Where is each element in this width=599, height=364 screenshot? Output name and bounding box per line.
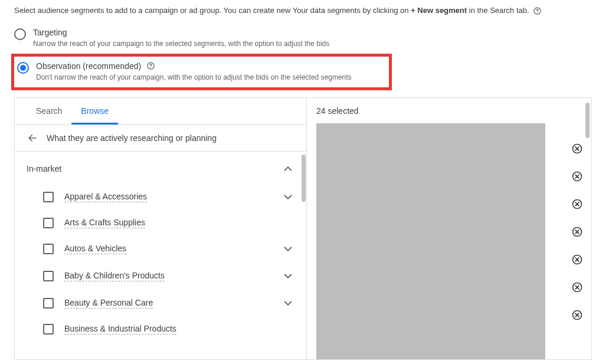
chevron-down-icon[interactable] xyxy=(282,270,294,283)
breadcrumb: What they are actively researching or pl… xyxy=(15,125,306,152)
remove-button[interactable] xyxy=(571,281,583,293)
checkbox[interactable] xyxy=(43,271,54,281)
item-label[interactable]: Autos & Vehicles xyxy=(64,244,126,254)
section-in-market[interactable]: In-market xyxy=(15,152,306,183)
remove-button[interactable] xyxy=(571,143,583,155)
item-label[interactable]: Beauty & Personal Care xyxy=(64,298,153,309)
radio-observation-desc: Don't narrow the reach of your campaign,… xyxy=(36,73,383,81)
help-icon[interactable] xyxy=(532,6,542,16)
checkbox[interactable] xyxy=(43,324,54,335)
item-label[interactable]: Baby & Children's Products xyxy=(64,271,165,281)
checkbox[interactable] xyxy=(43,244,54,254)
selected-list-obscured xyxy=(316,123,545,359)
remove-button[interactable] xyxy=(571,198,583,210)
right-panel: 24 selected xyxy=(307,98,591,359)
selected-body xyxy=(307,123,591,359)
remove-column xyxy=(552,123,587,359)
breadcrumb-text: What they are actively researching or pl… xyxy=(47,133,217,143)
item-label[interactable]: Arts & Crafts Supplies xyxy=(64,218,145,228)
list-item: Beauty & Personal Care xyxy=(15,290,306,317)
chevron-down-icon[interactable] xyxy=(282,242,294,255)
left-panel: Search Browse What they are actively res… xyxy=(15,98,307,359)
radio-observation-title: Observation (recommended) xyxy=(36,61,383,71)
checkbox[interactable] xyxy=(43,218,54,228)
item-label-wrap: Apparel & Accessories xyxy=(64,192,271,202)
checkbox[interactable] xyxy=(43,298,54,309)
instruction-text-after: in the Search tab. xyxy=(467,6,529,15)
radio-targeting[interactable]: Targeting Narrow the reach of your campa… xyxy=(14,25,599,54)
checkbox[interactable] xyxy=(43,192,54,202)
tab-browse[interactable]: Browse xyxy=(71,98,118,124)
instruction-bold: + New segment xyxy=(411,6,467,15)
remove-button[interactable] xyxy=(571,170,583,182)
remove-button[interactable] xyxy=(571,309,583,321)
radio-targeting-title-text: Targeting xyxy=(33,28,67,37)
tab-search[interactable]: Search xyxy=(27,98,71,124)
list-item: Baby & Children's Products xyxy=(15,263,306,290)
radio-observation-content: Observation (recommended) Don't narrow t… xyxy=(36,61,383,81)
radio-group: Targeting Narrow the reach of your campa… xyxy=(0,25,599,90)
scrollbar-thumb[interactable] xyxy=(302,155,306,202)
list-item: Business & Industrial Products xyxy=(15,317,306,342)
selected-count: 24 selected xyxy=(307,98,591,123)
item-label-wrap: Baby & Children's Products xyxy=(64,271,271,281)
item-label[interactable]: Apparel & Accessories xyxy=(64,192,147,202)
instruction-text-before: Select audience segments to add to a cam… xyxy=(14,6,411,15)
radio-circle-selected[interactable] xyxy=(17,62,29,74)
radio-observation[interactable]: Observation (recommended) Don't narrow t… xyxy=(11,54,392,90)
remove-button[interactable] xyxy=(571,226,583,238)
chevron-down-icon[interactable] xyxy=(282,297,294,310)
radio-targeting-title: Targeting xyxy=(33,28,599,37)
radio-targeting-content: Targeting Narrow the reach of your campa… xyxy=(33,28,599,48)
scrollbar-thumb[interactable] xyxy=(585,103,590,138)
list-item: Apparel & Accessories xyxy=(15,183,306,211)
tabs: Search Browse xyxy=(15,98,306,125)
instruction-text: Select audience segments to add to a cam… xyxy=(0,0,599,25)
item-label-wrap: Business & Industrial Products xyxy=(64,324,271,335)
section-title: In-market xyxy=(27,164,61,173)
item-label-wrap: Arts & Crafts Supplies xyxy=(64,218,271,228)
item-label[interactable]: Business & Industrial Products xyxy=(64,324,176,335)
chevron-down-icon[interactable] xyxy=(282,191,294,204)
list-item: Arts & Crafts Supplies xyxy=(15,211,306,235)
chevron-up-icon xyxy=(282,162,294,175)
scrollbar[interactable] xyxy=(585,103,590,350)
list-item: Autos & Vehicles xyxy=(15,235,306,263)
radio-circle-unselected[interactable] xyxy=(14,28,26,40)
svg-point-1 xyxy=(537,12,538,13)
item-label-wrap: Autos & Vehicles xyxy=(64,244,271,254)
category-scroll[interactable]: In-market Apparel & AccessoriesArts & Cr… xyxy=(15,152,306,359)
back-arrow-icon[interactable] xyxy=(27,132,38,144)
svg-point-3 xyxy=(150,67,151,68)
radio-targeting-desc: Narrow the reach of your campaign to the… xyxy=(33,40,599,48)
remove-button[interactable] xyxy=(571,254,583,265)
help-icon[interactable] xyxy=(146,61,155,71)
item-label-wrap: Beauty & Personal Care xyxy=(64,298,271,309)
scrollbar[interactable] xyxy=(300,155,306,355)
segment-panel: Search Browse What they are actively res… xyxy=(14,97,592,360)
radio-observation-title-text: Observation (recommended) xyxy=(36,61,141,71)
